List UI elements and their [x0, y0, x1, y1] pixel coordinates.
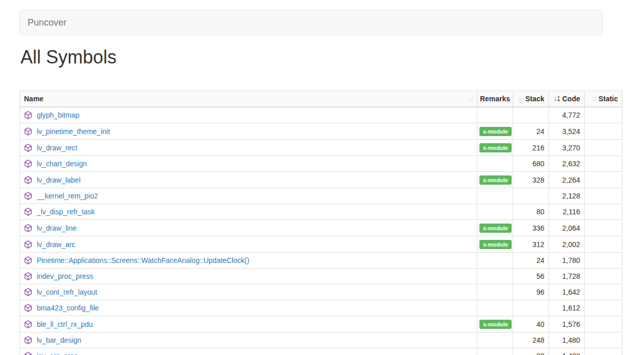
- column-label-code: Code: [562, 94, 580, 103]
- static-cell: [585, 236, 623, 253]
- sort-arrow-down: ↓: [554, 94, 558, 103]
- code-cell: 2,632: [549, 156, 585, 172]
- navbar: Puncover: [19, 10, 603, 35]
- symbol-link[interactable]: Pinetime::Applications::Screens::WatchFa…: [37, 256, 249, 264]
- symbol-link[interactable]: lv_pinetime_theme_init: [37, 127, 110, 136]
- table-row: bma423_config_file 1,612: [20, 300, 623, 316]
- symbol-name-cell: indev_proc_press: [20, 269, 477, 284]
- code-cell: 4,772: [549, 107, 585, 123]
- sort-za-letters: z a: [558, 96, 560, 102]
- package-icon: [24, 111, 32, 119]
- static-cell: [585, 253, 623, 269]
- symbol-link[interactable]: lv_draw_arc: [37, 240, 75, 249]
- package-icon: [24, 208, 32, 216]
- symbol-link[interactable]: lv_chart_design: [37, 160, 87, 168]
- remarks-cell: x-module: [477, 172, 513, 188]
- remarks-cell: x-module: [477, 123, 513, 140]
- table-row: lv_draw_label x-module 328 2,264: [20, 172, 623, 188]
- static-cell: [585, 123, 623, 140]
- stack-cell: 24: [513, 123, 549, 140]
- column-header-remarks: Remarks: [477, 91, 513, 107]
- symbol-link[interactable]: lv_cont_refr_layout: [37, 288, 97, 296]
- remarks-cell: [477, 204, 513, 220]
- navbar-brand[interactable]: Puncover: [20, 10, 74, 35]
- remarks-cell: x-module: [477, 140, 513, 156]
- table-row: lv_draw_arc x-module 312 2,002: [20, 236, 623, 253]
- stack-cell: [513, 107, 549, 123]
- package-icon: [24, 240, 32, 249]
- static-cell: [585, 204, 623, 220]
- column-header-code[interactable]: ↓ z a Code: [549, 91, 585, 107]
- stack-cell: [513, 188, 549, 204]
- symbol-link[interactable]: lv_bar_design: [37, 336, 81, 344]
- x-module-badge: x-module: [479, 127, 512, 136]
- sort-both-icon[interactable]: ↓↑: [518, 94, 523, 103]
- symbol-link[interactable]: indev_proc_press: [37, 272, 94, 280]
- column-header-stack[interactable]: ↓↑ Stack: [513, 91, 549, 107]
- sort-descending-icon[interactable]: ↓ z a: [554, 94, 560, 103]
- table-row: lv_draw_line x-module 336 2,064: [20, 220, 623, 236]
- symbol-link[interactable]: _lv_disp_refr_task: [37, 208, 95, 216]
- symbol-name-cell: bma423_config_file: [20, 300, 477, 316]
- code-cell: 2,116: [549, 204, 585, 220]
- symbol-link[interactable]: ble_ll_ctrl_rx_pdu: [37, 320, 93, 328]
- package-icon: [24, 176, 32, 184]
- table-row: lv_pinetime_theme_init x-module 24 3,524: [20, 123, 623, 140]
- code-cell: 1,612: [549, 300, 585, 316]
- symbol-name-cell: lv_bar_design: [20, 332, 477, 348]
- symbol-name-cell: lv_draw_arc: [20, 236, 477, 253]
- code-cell: 3,524: [549, 123, 585, 140]
- code-cell: 3,270: [549, 140, 585, 156]
- code-cell: 1,728: [549, 269, 585, 284]
- symbol-link[interactable]: lv_draw_label: [37, 176, 81, 184]
- remarks-cell: [477, 107, 513, 123]
- package-icon: [24, 224, 32, 232]
- stack-cell: 24: [513, 253, 549, 269]
- column-header-name[interactable]: Name ↓↑: [20, 91, 477, 107]
- code-cell: 1,780: [549, 253, 585, 269]
- symbol-link[interactable]: glyph_bitmap: [37, 111, 79, 119]
- package-icon: [24, 192, 32, 200]
- static-cell: [585, 269, 623, 284]
- remarks-cell: [477, 348, 513, 355]
- code-cell: 1,402: [549, 348, 585, 355]
- table-row: lv_bar_design 248 1,480: [20, 332, 623, 348]
- package-icon: [24, 304, 32, 312]
- x-module-badge: x-module: [479, 240, 512, 249]
- sort-both-icon[interactable]: ↓↑: [468, 94, 473, 103]
- symbol-name-cell: lv_draw_label: [20, 172, 477, 188]
- static-cell: [585, 156, 623, 172]
- code-cell: 2,002: [549, 236, 585, 253]
- column-label-remarks: Remarks: [480, 94, 510, 103]
- page-title: All Symbols: [20, 47, 625, 68]
- x-module-badge: x-module: [479, 175, 512, 185]
- table-row: lv_chart_design 680 2,632: [20, 156, 623, 172]
- static-cell: [585, 107, 623, 123]
- symbol-link[interactable]: lv_draw_rect: [37, 144, 77, 152]
- symbol-name-cell: glyph_bitmap: [20, 107, 477, 123]
- table-row: _lv_disp_refr_task 80 2,116: [20, 204, 623, 220]
- stack-cell: 96: [513, 284, 549, 300]
- table-row: inv_arc_area 88 1,402: [20, 348, 623, 355]
- remarks-cell: [477, 269, 513, 284]
- table-row: ble_ll_ctrl_rx_pdu x-module 40 1,576: [20, 316, 623, 332]
- static-cell: [585, 172, 623, 188]
- x-module-badge: x-module: [479, 143, 512, 152]
- remarks-cell: [477, 284, 513, 300]
- static-cell: [585, 220, 623, 236]
- package-icon: [24, 144, 32, 152]
- code-cell: 2,264: [549, 172, 585, 188]
- symbol-link[interactable]: inv_arc_area: [37, 352, 78, 355]
- column-header-static[interactable]: ↓↑ Static: [585, 91, 623, 107]
- symbols-table-body: glyph_bitmap 4,772 lv_pinetime_theme_ini…: [20, 107, 623, 355]
- symbol-name-cell: inv_arc_area: [20, 348, 477, 355]
- symbol-link[interactable]: lv_draw_line: [37, 224, 77, 232]
- column-label-static: Static: [599, 94, 618, 103]
- symbol-link[interactable]: bma423_config_file: [37, 304, 99, 312]
- page-container: Puncover All Symbols Name ↓↑ Remarks: [19, 10, 625, 355]
- symbol-name-cell: lv_cont_refr_layout: [20, 284, 477, 300]
- sort-both-icon[interactable]: ↓↑: [591, 94, 596, 103]
- table-row: indev_proc_press 56 1,728: [20, 269, 623, 284]
- symbol-link[interactable]: __kernel_rem_pio2: [37, 192, 98, 200]
- static-cell: [585, 332, 623, 348]
